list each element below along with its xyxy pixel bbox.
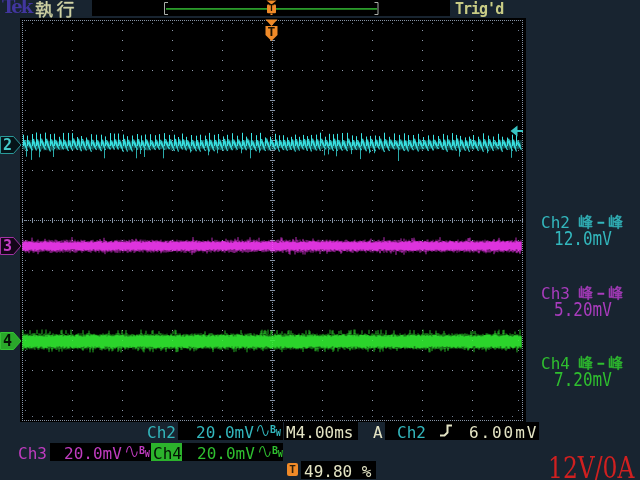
ch2-scale: 20.0mV [196, 424, 254, 441]
channel2-marker-number: 2 [1, 137, 14, 153]
ch2-bw-limit-icon: BW [270, 425, 284, 441]
trigger-position-icon-letter: T [267, 4, 276, 13]
ch4-bw-limit-icon: BW [272, 446, 286, 462]
measurement-ch2: Ch212.0mV [527, 214, 640, 250]
measurement-value: 7.20mV [554, 371, 612, 390]
ch4-label: Ch4 [153, 445, 182, 462]
timebase: M4.00ms [286, 424, 353, 441]
trigger-marker-letter: T [265, 26, 278, 38]
channel4-marker-number: 4 [1, 333, 14, 349]
trigger-level: 6.00mV [469, 424, 538, 441]
ch3-scale: 20.0mV [64, 445, 122, 462]
measurement-value: 5.20mV [554, 301, 612, 320]
measurement-ch4: Ch47.20mV [527, 355, 640, 391]
measurement-ch3: Ch35.20mV [527, 285, 640, 321]
trigger-pos-icon: T [287, 463, 298, 476]
ch2-label: Ch2 [147, 424, 176, 441]
trigger-slope-icon [440, 423, 456, 439]
ch4-scale: 20.0mV [197, 445, 255, 462]
channel3-marker-number: 3 [1, 238, 14, 254]
measurement-value: 12.0mV [554, 230, 612, 249]
oscilloscope-screen: Tek Trig'd Ch212.0mVCh35.20mVCh47.20mV C… [0, 0, 640, 480]
trigger-source: Ch2 [397, 424, 426, 441]
trigger-mode: A [373, 424, 383, 441]
trigger-pos-value: 49.80 % [304, 463, 371, 480]
ch3-label: Ch3 [18, 445, 47, 462]
overlay-label: 12V/0A [548, 453, 634, 480]
